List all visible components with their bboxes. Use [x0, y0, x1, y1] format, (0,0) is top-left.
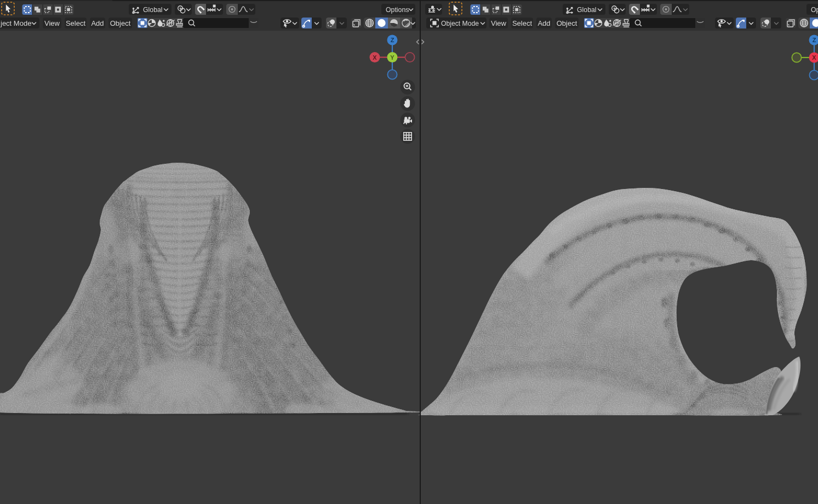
svg-text:ject Mode: ject Mode: [0, 19, 31, 27]
svg-text:Z: Z: [391, 37, 394, 43]
svg-text:Y: Y: [390, 54, 394, 61]
svg-text:Object: Object: [110, 19, 131, 27]
svg-text:View: View: [44, 19, 60, 27]
svg-text:Options: Options: [386, 6, 409, 14]
svg-text:Z: Z: [813, 37, 816, 43]
svg-text:View: View: [491, 19, 507, 27]
svg-text:Object: Object: [557, 19, 577, 27]
svg-text:Global: Global: [143, 6, 163, 14]
svg-text:Global: Global: [577, 6, 597, 14]
svg-text:Object Mode: Object Mode: [441, 20, 479, 27]
svg-text:Options: Options: [811, 6, 818, 14]
svg-text:Add: Add: [537, 19, 550, 27]
svg-text:Select: Select: [512, 19, 533, 27]
svg-text:X: X: [373, 54, 377, 61]
svg-text:X: X: [812, 54, 816, 61]
svg-text:Add: Add: [91, 19, 104, 27]
svg-text:Select: Select: [66, 19, 86, 27]
